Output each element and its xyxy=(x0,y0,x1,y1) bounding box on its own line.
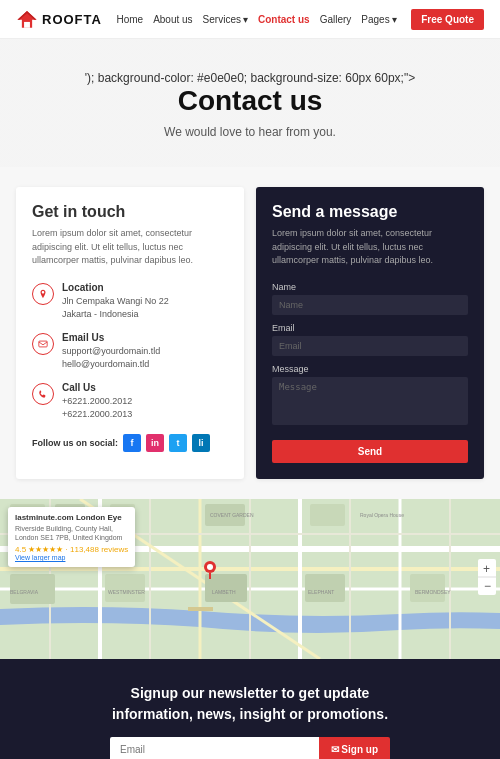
nav: Home About us Services ▾ Contact us Gall… xyxy=(116,14,396,25)
sm-title: Send a message xyxy=(272,203,468,221)
svg-text:−: − xyxy=(484,579,491,593)
message-label: Message xyxy=(272,364,468,374)
send-button[interactable]: Send xyxy=(272,440,468,463)
name-label: Name xyxy=(272,282,468,292)
email-input[interactable] xyxy=(272,336,468,356)
nav-gallery[interactable]: Gallery xyxy=(320,14,352,25)
instagram-icon[interactable]: in xyxy=(146,434,164,452)
nav-home[interactable]: Home xyxy=(116,14,143,25)
get-in-touch-card: Get in touch Lorem ipsum dolor sit amet,… xyxy=(16,187,244,479)
svg-rect-27 xyxy=(305,574,345,602)
svg-rect-26 xyxy=(205,574,247,602)
chevron-down-icon-2: ▾ xyxy=(392,14,397,25)
hero-subtitle: We would love to hear from you. xyxy=(20,125,480,139)
nav-contact[interactable]: Contact us xyxy=(258,14,310,25)
logo-icon xyxy=(16,8,38,30)
map-popup-rating: 4.5 ★★★★★ · 113,488 reviews xyxy=(15,545,128,554)
page-title: Contact us xyxy=(20,85,480,117)
location-icon xyxy=(32,283,54,305)
map-popup: lastminute.com London Eye Riverside Buil… xyxy=(8,507,135,568)
location-block: Location Jln Cempaka Wangi No 22Jakarta … xyxy=(32,282,228,322)
name-input[interactable] xyxy=(272,295,468,315)
map-popup-address: Riverside Building, County Hall,London S… xyxy=(15,524,128,544)
hero-section: '); background-color: #e0e0e0; backgroun… xyxy=(0,39,500,167)
contact-section: Get in touch Lorem ipsum dolor sit amet,… xyxy=(0,167,500,499)
map-section: MAYFAIR SOHO COVENT GARDEN Royal Opera H… xyxy=(0,499,500,659)
email-block: Email Us support@yourdomain.tldhello@you… xyxy=(32,332,228,372)
map-popup-title: lastminute.com London Eye xyxy=(15,513,128,522)
email-label: Email xyxy=(272,323,468,333)
free-quote-button[interactable]: Free Quote xyxy=(411,9,484,30)
sm-description: Lorem ipsum dolor sit amet, consectetur … xyxy=(272,227,468,268)
name-field-group: Name xyxy=(272,282,468,315)
svg-rect-2 xyxy=(24,22,30,28)
svg-text:COVENT GARDEN: COVENT GARDEN xyxy=(210,512,254,518)
logo[interactable]: ROOFTA xyxy=(16,8,102,30)
social-label: Follow us on social: xyxy=(32,438,118,448)
nav-about[interactable]: About us xyxy=(153,14,192,25)
twitter-icon[interactable]: t xyxy=(169,434,187,452)
svg-text:BERMONDSEY: BERMONDSEY xyxy=(415,589,451,595)
svg-text:Royal Opera House: Royal Opera House xyxy=(360,512,404,518)
git-description: Lorem ipsum dolor sit amet, consectetur … xyxy=(32,227,228,268)
git-title: Get in touch xyxy=(32,203,228,221)
svg-rect-23 xyxy=(310,504,345,526)
email-field-group: Email xyxy=(272,323,468,356)
svg-rect-3 xyxy=(39,341,47,347)
svg-point-40 xyxy=(207,564,213,570)
logo-text: ROOFTA xyxy=(42,12,102,27)
nav-pages[interactable]: Pages ▾ xyxy=(361,14,396,25)
svg-rect-38 xyxy=(188,607,213,611)
svg-rect-28 xyxy=(410,574,445,602)
svg-text:LAMBETH: LAMBETH xyxy=(212,589,236,595)
header: ROOFTA Home About us Services ▾ Contact … xyxy=(0,0,500,39)
linkedin-icon[interactable]: li xyxy=(192,434,210,452)
social-row: Follow us on social: f in t li xyxy=(32,434,228,452)
email-icon xyxy=(32,333,54,355)
svg-rect-25 xyxy=(105,574,145,602)
newsletter-form: ✉ Sign up xyxy=(110,737,390,760)
phone-block: Call Us +6221.2000.2012+6221.2000.2013 xyxy=(32,382,228,422)
email-text: Email Us support@yourdomain.tldhello@you… xyxy=(62,332,160,372)
phone-text: Call Us +6221.2000.2012+6221.2000.2013 xyxy=(62,382,132,422)
nav-services[interactable]: Services ▾ xyxy=(203,14,248,25)
newsletter-title: Signup our newsletter to get updateinfor… xyxy=(20,683,480,725)
svg-text:WESTMINSTER: WESTMINSTER xyxy=(108,589,145,595)
newsletter-section: Signup our newsletter to get updateinfor… xyxy=(0,659,500,760)
newsletter-email-input[interactable] xyxy=(110,737,319,760)
view-larger-map-link[interactable]: View larger map xyxy=(15,554,65,561)
message-field-group: Message xyxy=(272,364,468,428)
facebook-icon[interactable]: f xyxy=(123,434,141,452)
phone-icon xyxy=(32,383,54,405)
send-message-card: Send a message Lorem ipsum dolor sit ame… xyxy=(256,187,484,479)
chevron-down-icon: ▾ xyxy=(243,14,248,25)
svg-text:+: + xyxy=(483,562,490,576)
newsletter-signup-button[interactable]: ✉ Sign up xyxy=(319,737,390,760)
svg-text:BELGRAVIA: BELGRAVIA xyxy=(10,589,39,595)
message-input[interactable] xyxy=(272,377,468,425)
location-text: Location Jln Cempaka Wangi No 22Jakarta … xyxy=(62,282,169,322)
svg-text:ELEPHANT: ELEPHANT xyxy=(308,589,334,595)
